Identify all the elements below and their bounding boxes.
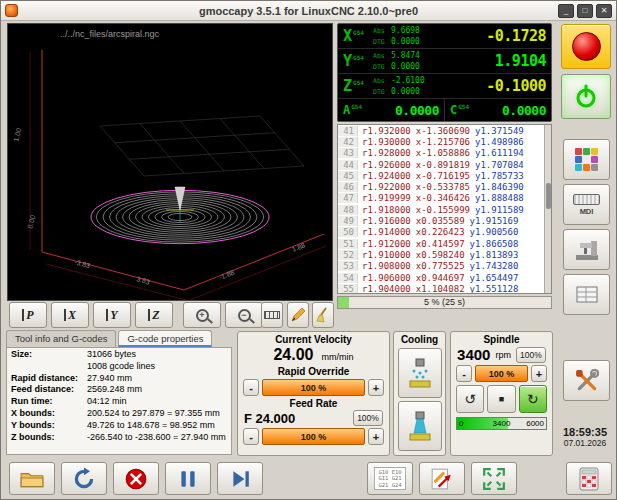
mist-coolant-button[interactable] — [398, 348, 442, 398]
gcode-word-y: y1.911589 — [475, 205, 524, 215]
abs-value: 5.8474 — [391, 51, 420, 60]
gcode-line[interactable]: 48 r1.918000 x-0.155999 y1.911589 — [338, 204, 551, 215]
feed-reset-button[interactable]: 100% — [353, 410, 383, 426]
spindle-reset-button[interactable]: 100% — [516, 347, 546, 363]
tools-icon — [575, 369, 599, 393]
reload-file-button[interactable] — [61, 462, 107, 495]
dro-axis-z[interactable]: ZG54 Abs-2.6100 DTG0.0000 -0.1000 — [338, 74, 551, 99]
estop-icon — [572, 32, 601, 61]
power-button[interactable] — [561, 74, 611, 119]
property-value: 04:12 min — [87, 396, 127, 408]
gcode-line[interactable]: 52 r1.910000 x0.598240 y1.813893 — [338, 249, 551, 260]
gcode-word-y: y1.611194 — [475, 148, 524, 158]
open-file-button[interactable] — [9, 462, 55, 495]
tool-editor-button[interactable] — [563, 274, 610, 315]
line-number: 42 — [338, 137, 358, 147]
minimize-button[interactable]: _ — [558, 4, 574, 18]
dro-axis-y[interactable]: YG54 Abs5.8474 DTG0.0000 1.9104 — [338, 49, 551, 74]
loaded-file-path: ../../nc_files/arcspiral.ngc — [60, 29, 159, 39]
keypad-mode-button[interactable] — [563, 139, 610, 180]
offsets-button[interactable]: G10 E10 G11 G21 G21 G24 — [367, 462, 413, 495]
dro-value-c: 0.0000 — [470, 103, 546, 118]
view-z-button[interactable]: Z — [135, 302, 173, 328]
gcode-word-x: x-0.155999 — [416, 205, 470, 215]
zoom-out-button[interactable]: − — [225, 302, 263, 328]
gcode-line[interactable]: 46 r1.922000 x-0.533785 y1.846390 — [338, 181, 551, 192]
gcode-line[interactable]: 54 r1.906000 x0.944697 y1.654497 — [338, 272, 551, 283]
estop-button[interactable] — [561, 24, 611, 69]
view-z-icon: Z — [148, 308, 159, 323]
gcode-line[interactable]: 45 r1.924000 x-0.716195 y1.785733 — [338, 170, 551, 181]
feed-minus-button[interactable]: - — [243, 428, 259, 445]
dro-axis-x[interactable]: XG54 Abs9.6698 DTG0.0000 -0.1728 — [338, 24, 551, 49]
tab-tool-info[interactable]: Tool info and G-codes — [6, 330, 116, 347]
scrollbar-thumb[interactable] — [546, 183, 551, 209]
spindle-panel: Spindle 3400 rpm 100% - 100 % + ↺ ■ ↻ 0 … — [450, 331, 553, 456]
view-p-button[interactable]: P — [9, 302, 47, 328]
settings-button[interactable] — [563, 360, 610, 401]
feed-plus-button[interactable]: + — [368, 428, 384, 445]
gcode-word-y: y1.743280 — [470, 261, 519, 271]
gcode-scrollbar[interactable] — [544, 125, 551, 293]
dtg-value: 0.0000 — [391, 62, 420, 71]
spindle-left-button[interactable]: ↺ — [456, 385, 484, 413]
rapid-override-slider[interactable]: 100 % — [262, 379, 365, 396]
gcode-line[interactable]: 49 r1.916000 x0.035589 y1.915169 — [338, 215, 551, 226]
gcode-line[interactable]: 44 r1.926000 x-0.891819 y1.707084 — [338, 159, 551, 170]
gcode-line[interactable]: 55 r1.904000 x1.104082 y1.551128 — [338, 283, 551, 294]
view-p-icon: P — [22, 308, 33, 323]
flood-coolant-button[interactable] — [398, 401, 442, 451]
cooling-title: Cooling — [394, 334, 445, 345]
line-number: 47 — [338, 193, 358, 203]
dro-axis-c[interactable]: CG54 0.0000 — [444, 99, 551, 121]
mdi-mode-button[interactable]: MDI — [563, 184, 610, 225]
view-x-button[interactable]: X — [51, 302, 89, 328]
clear-plot-button[interactable] — [312, 302, 334, 328]
toggle-dimensions-button[interactable] — [261, 302, 283, 328]
spindle-right-button[interactable]: ↻ — [519, 385, 547, 413]
calculator-button[interactable] — [566, 462, 612, 495]
spindle-override-slider[interactable]: 100 % — [475, 365, 528, 382]
line-number: 46 — [338, 182, 358, 192]
gcode-line[interactable]: 47 r1.919999 x-0.346426 y1.888488 — [338, 193, 551, 204]
power-icon — [573, 84, 599, 110]
maximize-button[interactable]: □ — [577, 4, 593, 18]
fullscreen-button[interactable] — [471, 462, 517, 495]
gcode-line[interactable]: 42 r1.930000 x-1.215706 y1.498986 — [338, 136, 551, 147]
window-title: gmoccapy 3.5.1 for LinuxCNC 2.10.0~pre0 — [199, 5, 418, 17]
gcode-word-y: y1.866508 — [470, 239, 519, 249]
gcode-word-r: r1.926000 — [362, 160, 411, 170]
property-row: Feed distance: 2569.248 mm — [7, 384, 231, 396]
feed-override-slider[interactable]: 100 % — [262, 428, 365, 445]
gcode-line[interactable]: 43 r1.928000 x-1.058886 y1.611194 — [338, 148, 551, 159]
tab-gcode-properties[interactable]: G-code properties — [118, 330, 212, 347]
spindle-stop-button[interactable]: ■ — [487, 385, 515, 413]
gcode-line[interactable]: 51 r1.912000 x0.414597 y1.866508 — [338, 238, 551, 249]
rapid-minus-button[interactable]: - — [243, 379, 259, 396]
view-y-button[interactable]: Y — [93, 302, 131, 328]
spindle-rpm-unit: rpm — [495, 350, 511, 360]
gcode-list[interactable]: 41 r1.932000 x-1.360690 y1.371549 42 r1.… — [337, 124, 552, 294]
gcode-line[interactable]: 50 r1.914000 x0.226423 y1.900560 — [338, 227, 551, 238]
stop-button[interactable] — [113, 462, 159, 495]
pause-button[interactable] — [165, 462, 211, 495]
gcode-line[interactable]: 41 r1.932000 x-1.360690 y1.371549 — [338, 125, 551, 136]
close-button[interactable]: ✕ — [596, 4, 612, 18]
spindle-minus-button[interactable]: - — [456, 365, 472, 382]
svg-text:-1.88: -1.88 — [218, 269, 236, 281]
edit-gcode-button[interactable] — [287, 302, 309, 328]
tool-measurement-button[interactable] — [419, 462, 465, 495]
machine-mode-button[interactable] — [563, 229, 610, 270]
spindle-plus-button[interactable]: + — [531, 365, 547, 382]
property-value: 27.940 mm — [87, 373, 132, 385]
zoom-in-button[interactable]: + — [183, 302, 221, 328]
run-button[interactable] — [217, 462, 263, 495]
gcode-line[interactable]: 53 r1.908000 x0.775525 y1.743280 — [338, 261, 551, 272]
gcode-word-r: r1.919999 — [362, 193, 411, 203]
dro-axis-a[interactable]: AG54 0.0000 — [338, 99, 444, 121]
gcode-word-r: r1.922000 — [362, 182, 411, 192]
rapid-plus-button[interactable]: + — [368, 379, 384, 396]
gremlin-preview[interactable]: 1.00 0.00 -3.83 3.83 -1.88 1.88 ../../nc… — [7, 23, 333, 301]
line-number: 55 — [338, 284, 358, 294]
gcode-word-r: r1.912000 — [362, 239, 411, 249]
